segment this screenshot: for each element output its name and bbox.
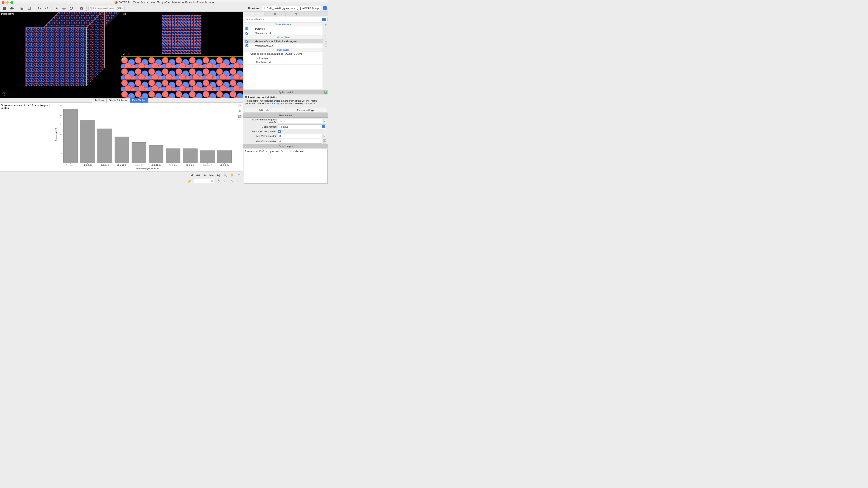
svg-text:(0, 2, 8, 6): (0, 2, 8, 6) — [186, 164, 195, 166]
svg-rect-29 — [115, 137, 129, 163]
tab-particles[interactable]: Particles — [92, 98, 106, 103]
redo-button[interactable] — [43, 6, 50, 11]
select-tool-button[interactable] — [54, 6, 60, 11]
pipeline-item-voronoi[interactable]: Voronoi analysis — [244, 43, 322, 48]
pipelines-selector[interactable]: ⇅ CuZr_metallic_glass.dump.gz [LAMMPS Du… — [262, 6, 321, 11]
run-script-button[interactable]: ▷ — [229, 178, 235, 184]
window-title-text: OVITO Pro (Open Visualization Tool) - Ca… — [119, 1, 214, 4]
svg-text:(0, 3, 6, 3): (0, 3, 6, 3) — [135, 164, 143, 166]
close-window-button[interactable] — [2, 1, 4, 4]
param-min-order: Min Voronoi order: 3 ▲▼ — [243, 133, 328, 139]
param-yaxis-format: y-axis format: Relative⌄ — [243, 124, 328, 129]
chart-bar-mode-icon[interactable]: ▥ — [239, 109, 241, 112]
min-order-input[interactable]: 3 — [278, 134, 322, 138]
chart-export-icon[interactable]: 💾 — [238, 115, 242, 118]
maximize-window-button[interactable] — [10, 1, 13, 4]
go-first-frame-button[interactable]: |◀ — [189, 173, 194, 177]
zoom-button[interactable]: 🔍 — [223, 173, 228, 177]
particles-visible-checkbox[interactable] — [246, 27, 248, 30]
pipeline-item-particles[interactable]: Particles — [244, 26, 322, 31]
tab-data-tables[interactable]: Data Tables — [130, 98, 148, 103]
edit-code-button[interactable]: Edit code... — [245, 108, 285, 113]
rtab-pipeline[interactable] — [243, 12, 265, 16]
time-settings-button[interactable]: 🕐 — [216, 178, 221, 184]
frame-number-input[interactable]: 0⇅ — [194, 179, 214, 183]
copy-modifier-button[interactable]: 📋 — [324, 38, 328, 41]
rotate-tool-button[interactable] — [68, 6, 74, 11]
python-settings-button[interactable]: Python settings... — [286, 108, 327, 113]
key-icon[interactable]: 🔑 — [187, 178, 192, 184]
viewport-perspective-label: Perspective — [1, 12, 14, 15]
truncate-labels-checkbox[interactable] — [278, 130, 281, 133]
modifier-description: This modifier function generates a histo… — [245, 99, 327, 105]
n-motifs-spinner[interactable]: ▲▼ — [323, 119, 327, 123]
viewport-perspective[interactable]: Perspective z↗y→x — [0, 12, 121, 98]
section-data-source: Data source — [244, 48, 322, 52]
undo-button[interactable] — [36, 6, 42, 11]
svg-text:Frequency in %: Frequency in % — [55, 128, 57, 140]
svg-rect-32 — [132, 142, 146, 163]
svg-text:12: 12 — [59, 105, 61, 107]
move-up-button[interactable]: ⌃ — [324, 29, 327, 32]
n-motifs-input[interactable]: 10 — [278, 119, 322, 123]
script-output: There are 1088 unique motifs in this dat… — [244, 149, 328, 184]
move-down-button[interactable]: ⌄ — [324, 33, 327, 37]
genhist-enabled-checkbox[interactable] — [246, 40, 248, 43]
quick-command-search[interactable] — [88, 6, 125, 11]
save-session-as-button[interactable] — [26, 6, 32, 11]
max-order-spinner[interactable]: ▲▼ — [323, 139, 327, 143]
svg-text:(0, 2, 8, 1): (0, 2, 8, 1) — [169, 164, 178, 166]
eye-button[interactable]: 👁 — [236, 173, 241, 177]
tab-global-attributes[interactable]: Global Attributes — [106, 98, 130, 103]
download-remote-button[interactable] — [8, 6, 15, 11]
svg-rect-23 — [81, 121, 95, 163]
next-frame-button[interactable]: ▶▶ — [209, 173, 214, 177]
pipeline-item-generate-histogram[interactable]: Generate Voronoi Statistics Histogram — [244, 39, 322, 43]
minimize-window-button[interactable] — [6, 1, 9, 4]
min-order-spinner[interactable]: ▲▼ — [323, 134, 327, 138]
open-file-button[interactable] — [1, 6, 8, 11]
pipeline-item-simcell[interactable]: Simulation cell — [244, 31, 322, 35]
svg-rect-41 — [183, 149, 197, 163]
yaxis-format-combo[interactable]: Relative⌄ — [278, 125, 327, 129]
modifier-title: Calculate Voronoi statistics — [245, 96, 277, 98]
pipelines-dropdown-button[interactable]: ⌄ — [323, 6, 327, 10]
section-visual-elements: Visual elements — [244, 23, 322, 26]
rtab-extra[interactable] — [307, 12, 328, 16]
viewport-left[interactable]: Left — [121, 57, 243, 98]
voronoi-modifier-link[interactable]: Voronoi analysis modifier — [265, 102, 292, 105]
svg-text:(0, 2, 8, 7): (0, 2, 8, 7) — [220, 164, 229, 166]
param-max-order: Max Voronoi order: 6 ▲▼ — [243, 139, 328, 144]
pan-button[interactable]: ✋ — [229, 173, 235, 177]
voronoi-enabled-checkbox[interactable] — [246, 44, 248, 47]
pipeline-item-source[interactable]: CuZr_metallic_glass.dump.gz [LAMMPS Dump… — [244, 52, 322, 56]
pipeline-item-particle-types[interactable]: Particle types — [244, 56, 322, 60]
playback-bar: |◀ ◀◀ ▶ ▶▶ ▶| 🔍 ✋ 👁 🔑 0⇅ 🕐 ⬚ ▷ ⛶ — [0, 171, 243, 184]
move-tool-button[interactable] — [61, 6, 67, 11]
viewport-top[interactable]: Top y↑ →x — [121, 12, 243, 57]
chart-line-mode-icon[interactable]: 📈 — [238, 104, 242, 107]
simcell-visible-checkbox[interactable] — [246, 32, 248, 35]
window-title: OVITO Pro (Open Visualization Tool) - Ca… — [114, 1, 214, 4]
render-button[interactable] — [78, 6, 85, 11]
add-modification-dropdown[interactable]: Add modification... ⌄ — [244, 17, 328, 22]
svg-text:4: 4 — [60, 143, 61, 145]
help-button[interactable]: ? — [324, 91, 327, 94]
play-button[interactable]: ▶ — [202, 173, 207, 177]
pipeline-list[interactable]: Visual elements Particles Simulation cel… — [244, 23, 323, 89]
delete-modifier-button[interactable]: 🗑 — [324, 24, 327, 27]
max-order-input[interactable]: 6 — [278, 139, 322, 144]
fullscreen-button[interactable]: ⛶ — [236, 178, 241, 184]
save-session-button[interactable] — [19, 6, 25, 11]
cube-view-button[interactable]: ⬚ — [223, 178, 228, 184]
viewport-top-label: Top — [122, 12, 126, 15]
rtab-overlays[interactable] — [286, 12, 307, 16]
prev-frame-button[interactable]: ◀◀ — [195, 173, 200, 177]
go-last-frame-button[interactable]: ▶| — [216, 173, 221, 177]
section-modifications: Modifications — [244, 35, 322, 39]
pipeline-item-simcell-data[interactable]: Simulation cell — [244, 60, 322, 65]
rtab-render[interactable] — [265, 12, 286, 16]
data-panel-collapse-button[interactable]: ⌄ — [240, 98, 243, 102]
svg-rect-35 — [149, 145, 163, 163]
paste-modifier-button[interactable]: 📄 — [324, 43, 328, 46]
